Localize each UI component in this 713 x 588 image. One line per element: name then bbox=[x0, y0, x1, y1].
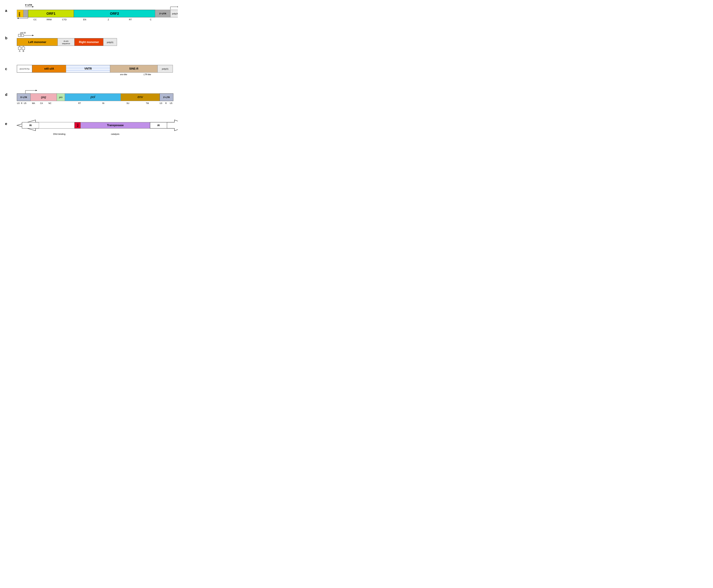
u5-right-label: U5 bbox=[170, 102, 172, 104]
u3-right-label: U3 bbox=[160, 102, 162, 104]
panel-b-svg: pol III Left monomer A-rich sequence Rig… bbox=[12, 31, 130, 53]
nls-label: NLS bbox=[77, 124, 79, 127]
panel-b-row: b pol III Left monomer A-rich sequence R… bbox=[5, 31, 173, 54]
panel-a-row: a 5′-UTR ORF0 ORF1 ORF2 bbox=[5, 3, 173, 23]
env-label: env bbox=[138, 95, 143, 99]
transposase-label: Transposase bbox=[107, 124, 124, 127]
ir-right-label: IR bbox=[157, 124, 160, 127]
panel-c-content: (CCCTCT)n Alu-like VNTR SINE-R poly(A) e… bbox=[12, 62, 178, 79]
rt-d-label: RT bbox=[78, 102, 81, 104]
dna-binding-label: DNA binding bbox=[53, 133, 65, 135]
polya-c-label: poly(A) bbox=[162, 68, 168, 70]
panel-e-content: IR NLS Transposase IR DNA binding cataly… bbox=[12, 117, 178, 138]
box-b bbox=[22, 47, 25, 49]
box-above-left bbox=[18, 34, 21, 37]
ltr5-label: 5′-LTR bbox=[20, 96, 27, 99]
svg-marker-15 bbox=[36, 90, 37, 91]
left-monomer-label: Left monomer bbox=[28, 41, 46, 43]
orf2-label: ORF2 bbox=[110, 12, 119, 16]
panel-b-content: pol III Left monomer A-rich sequence Rig… bbox=[12, 31, 173, 54]
ccctct-label: (CCCTCT)n bbox=[20, 68, 30, 70]
svg-marker-1 bbox=[32, 6, 34, 7]
pro-label: pro bbox=[59, 96, 62, 99]
dna-bind-region bbox=[39, 122, 75, 128]
pol-label: pol bbox=[90, 95, 95, 99]
ma-label: MA bbox=[32, 102, 35, 104]
box-above-right bbox=[21, 34, 24, 37]
a-rich-label2: sequence bbox=[62, 43, 70, 45]
u3-left-label: U3 bbox=[17, 102, 20, 104]
orf0-label: ORF0 bbox=[19, 12, 20, 17]
panel-d-svg: 5′-LTR gag pro pol env 3′-LTR U3 R U5 MA… bbox=[12, 87, 178, 108]
rt-label: RT bbox=[129, 18, 132, 21]
tm-label: TM bbox=[146, 102, 149, 104]
pol3-label: pol III bbox=[20, 31, 26, 34]
panel-d-row: d 5′-LTR gag pro pol env 3′-LTR bbox=[5, 87, 173, 108]
r-left-label: R bbox=[21, 102, 22, 104]
panel-d-content: 5′-LTR gag pro pol env 3′-LTR U3 R U5 MA… bbox=[12, 87, 178, 108]
panel-c-label: c bbox=[5, 62, 12, 71]
box-a-label: A bbox=[19, 50, 20, 52]
orf1-label: ORF1 bbox=[46, 12, 56, 16]
panel-d-label: d bbox=[5, 87, 12, 97]
vntr-label: VNTR bbox=[84, 67, 92, 70]
panel-e-label: e bbox=[5, 117, 12, 126]
ca-label: CA bbox=[40, 102, 43, 104]
panel-b-label: b bbox=[5, 31, 12, 40]
polya-a-label: poly(A) bbox=[172, 13, 178, 15]
svg-marker-9 bbox=[32, 35, 34, 36]
svg-marker-6 bbox=[177, 6, 178, 7]
catalysis-label: catalysis bbox=[111, 133, 119, 135]
gag-label: gag bbox=[41, 96, 46, 99]
in-label: IN bbox=[102, 102, 104, 104]
ltr3-label: 3′-LTR bbox=[163, 96, 170, 99]
alu-like-label: Alu-like bbox=[44, 67, 54, 70]
right-monomer-label: Right monomer bbox=[79, 41, 99, 43]
panel-a-content: 5′-UTR ORF0 ORF1 ORF2 3′-UTR bbox=[12, 3, 178, 23]
panel-c-svg: (CCCTCT)n Alu-like VNTR SINE-R poly(A) e… bbox=[12, 62, 178, 79]
c-label: C bbox=[150, 18, 151, 21]
gray1-segment bbox=[23, 10, 28, 17]
env-like-label: env-like bbox=[120, 73, 127, 76]
utr3-label: 3′-UTR bbox=[159, 12, 166, 15]
polya-b-label: poly(A) bbox=[107, 41, 113, 43]
ltr-like-label: LTR-like bbox=[144, 73, 151, 76]
box-b-label: B bbox=[23, 50, 24, 52]
box-a bbox=[18, 47, 21, 49]
nc-label: NC bbox=[48, 102, 51, 104]
su-label: SU bbox=[127, 102, 129, 104]
ctd-label: CTD bbox=[62, 18, 67, 21]
rrm-label: RRM bbox=[47, 18, 51, 21]
panel-c-row: c (CCCTCT)n Alu-like VNTR SINE-R bbox=[5, 62, 173, 79]
z-label: Z bbox=[108, 18, 109, 21]
panel-e-row: e IR NLS Transposase IR DNA binding cata… bbox=[5, 117, 173, 138]
en-label: EN bbox=[83, 18, 86, 21]
panel-a-label: a bbox=[5, 3, 12, 13]
cc-label: CC bbox=[34, 18, 37, 21]
ir-left-label: IR bbox=[29, 124, 32, 127]
sine-r-label: SINE-R bbox=[129, 67, 139, 70]
utr5-label: 5′-UTR bbox=[25, 4, 32, 6]
panel-e-svg: IR NLS Transposase IR DNA binding cataly… bbox=[12, 117, 178, 137]
svg-marker-3 bbox=[17, 18, 19, 19]
r-right-label: R bbox=[165, 102, 167, 104]
a-rich-label1: A-rich bbox=[64, 40, 68, 42]
u5-left-label: U5 bbox=[24, 102, 26, 104]
panel-a-svg: 5′-UTR ORF0 ORF1 ORF2 3′-UTR bbox=[12, 3, 178, 22]
